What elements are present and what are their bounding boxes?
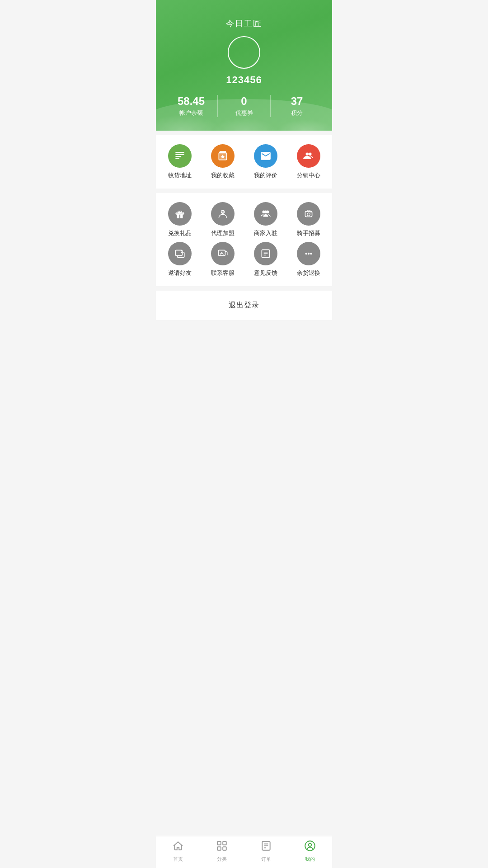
quick-action-shipping-address[interactable]: 收货地址 xyxy=(160,144,199,179)
merchant-settle-label: 商家入驻 xyxy=(254,229,277,237)
invite-friends-icon xyxy=(168,242,192,265)
nav-orders[interactable]: 订单 xyxy=(244,840,288,863)
category-label: 分类 xyxy=(217,856,227,863)
bottom-nav: 首页 分类 订单 xyxy=(156,836,332,868)
shipping-address-icon xyxy=(168,144,192,168)
reviews-label: 我的评价 xyxy=(254,171,277,179)
svg-rect-9 xyxy=(177,214,179,218)
username: 123456 xyxy=(165,74,323,86)
logout-section: 退出登录 xyxy=(156,291,332,320)
invite-friends-label: 邀请好友 xyxy=(168,269,192,277)
svg-rect-2 xyxy=(175,156,181,157)
svg-point-27 xyxy=(305,253,307,255)
nav-home[interactable]: 首页 xyxy=(156,840,200,863)
nav-category[interactable]: 分类 xyxy=(200,840,244,863)
redeem-gifts-label: 兑换礼品 xyxy=(168,229,192,237)
redeem-gifts-icon xyxy=(168,202,192,226)
svg-point-18 xyxy=(307,213,310,216)
favorites-label: 我的收藏 xyxy=(211,171,235,179)
return-goods-label: 余货退换 xyxy=(297,269,320,277)
svg-point-28 xyxy=(307,253,309,255)
orders-label: 订单 xyxy=(261,856,271,863)
service-return-goods[interactable]: 余货退换 xyxy=(289,242,328,277)
orders-icon xyxy=(260,840,272,854)
balance-value: 58.45 xyxy=(165,95,217,108)
avatar[interactable] xyxy=(228,36,260,69)
service-rider-recruit[interactable]: 骑手招募 xyxy=(289,202,328,237)
rider-recruit-icon xyxy=(297,202,320,226)
logout-button[interactable]: 退出登录 xyxy=(166,301,322,310)
svg-rect-1 xyxy=(175,154,184,155)
svg-point-7 xyxy=(309,152,312,156)
home-label: 首页 xyxy=(173,856,183,863)
contact-service-label: 联系客服 xyxy=(211,269,235,277)
svg-rect-10 xyxy=(180,214,183,218)
feedback-icon xyxy=(254,242,277,265)
service-merchant-settle[interactable]: 商家入驻 xyxy=(246,202,285,237)
mine-label: 我的 xyxy=(305,856,315,863)
feedback-label: 意见反馈 xyxy=(254,269,277,277)
reviews-icon xyxy=(254,144,277,168)
quick-actions-section: 收货地址 我的收藏 我的评价 xyxy=(156,135,332,189)
stat-coupon[interactable]: 0 优惠券 xyxy=(217,95,270,117)
category-icon xyxy=(216,840,228,854)
svg-point-6 xyxy=(305,152,309,156)
profile-header: 今日工匠 123456 58.45 帐户余额 0 优惠券 37 积分 xyxy=(156,0,332,131)
nav-mine[interactable]: 我的 xyxy=(288,840,333,863)
quick-action-reviews[interactable]: 我的评价 xyxy=(246,144,285,179)
merchant-settle-icon xyxy=(254,202,277,226)
distribution-icon xyxy=(297,144,320,168)
service-agent-franchise[interactable]: 代理加盟 xyxy=(203,202,242,237)
svg-point-39 xyxy=(309,844,312,847)
agent-franchise-label: 代理加盟 xyxy=(211,229,235,237)
quick-action-distribution[interactable]: 分销中心 xyxy=(289,144,328,179)
service-contact-service[interactable]: 联系客服 xyxy=(203,242,242,277)
stat-points[interactable]: 37 积分 xyxy=(270,95,323,117)
shipping-address-label: 收货地址 xyxy=(168,171,192,179)
rider-recruit-label: 骑手招募 xyxy=(297,229,320,237)
service-actions-section: 兑换礼品 代理加盟 商家入驻 xyxy=(156,193,332,286)
quick-actions-grid: 收货地址 我的收藏 我的评价 xyxy=(160,144,328,179)
coupon-label: 优惠券 xyxy=(218,109,270,117)
return-goods-icon xyxy=(297,242,320,265)
service-redeem-gifts[interactable]: 兑换礼品 xyxy=(160,202,199,237)
svg-rect-30 xyxy=(218,841,221,845)
favorites-icon xyxy=(211,144,235,168)
app-title: 今日工匠 xyxy=(165,18,323,29)
svg-point-19 xyxy=(310,212,311,213)
stats-row: 58.45 帐户余额 0 优惠券 37 积分 xyxy=(165,95,323,117)
svg-point-38 xyxy=(305,841,315,851)
svg-rect-32 xyxy=(218,847,221,850)
service-actions-grid: 兑换礼品 代理加盟 商家入驻 xyxy=(160,202,328,277)
coupon-value: 0 xyxy=(218,95,270,108)
quick-action-favorites[interactable]: 我的收藏 xyxy=(203,144,242,179)
svg-point-16 xyxy=(264,210,267,213)
points-value: 37 xyxy=(271,95,323,108)
balance-label: 帐户余额 xyxy=(165,109,217,117)
home-icon xyxy=(172,840,184,854)
svg-rect-0 xyxy=(175,152,184,153)
mine-icon xyxy=(304,840,316,854)
distribution-label: 分销中心 xyxy=(297,171,320,179)
stat-balance[interactable]: 58.45 帐户余额 xyxy=(165,95,217,117)
svg-rect-3 xyxy=(175,158,179,159)
points-label: 积分 xyxy=(271,109,323,117)
contact-service-icon xyxy=(211,242,235,265)
service-invite-friends[interactable]: 邀请好友 xyxy=(160,242,199,277)
svg-point-29 xyxy=(310,253,312,255)
svg-rect-33 xyxy=(223,847,226,850)
svg-rect-31 xyxy=(223,841,226,845)
agent-franchise-icon xyxy=(211,202,235,226)
service-feedback[interactable]: 意见反馈 xyxy=(246,242,285,277)
